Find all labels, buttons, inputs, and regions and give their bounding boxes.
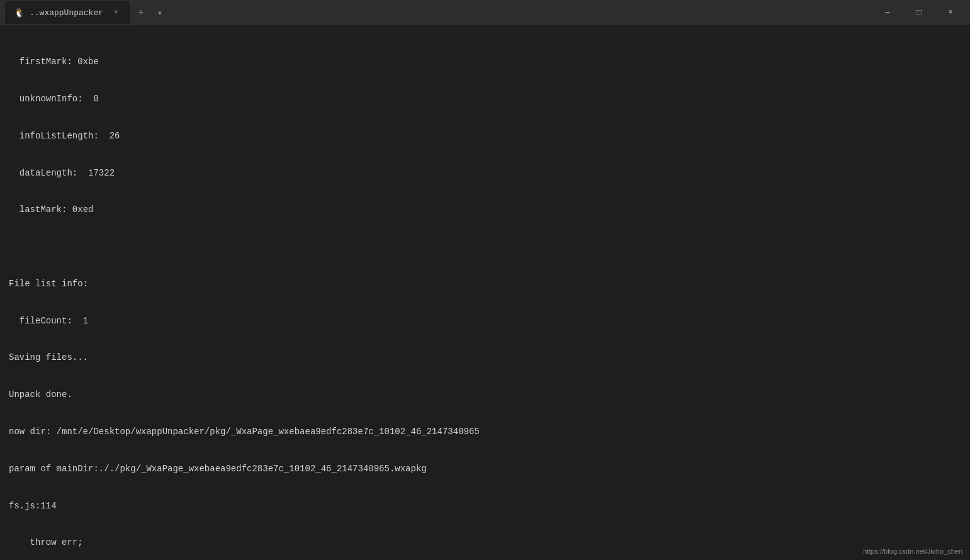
- maximize-button[interactable]: □: [905, 3, 933, 23]
- watermark: https://blog.csdn.net/Jioho_chen: [863, 547, 962, 555]
- output-line: firstMark: 0xbe: [9, 56, 961, 69]
- output-line: dataLength: 17322: [9, 167, 961, 180]
- title-bar: 🐧 ..wxappUnpacker × + ▾ — □ ×: [0, 0, 970, 25]
- tab-close-button[interactable]: ×: [111, 8, 121, 18]
- output-line: lastMark: 0xed: [9, 204, 961, 216]
- output-line: throw err;: [9, 537, 961, 549]
- close-button[interactable]: ×: [936, 3, 965, 23]
- output-line: fileCount: 1: [9, 315, 961, 328]
- minimize-button[interactable]: —: [873, 3, 902, 23]
- output-line: infoListLength: 26: [9, 130, 961, 143]
- terminal-window: 🐧 ..wxappUnpacker × + ▾ — □ × firstMark:…: [0, 0, 970, 560]
- output-line: Unpack done.: [9, 389, 961, 401]
- output-line: [9, 241, 961, 254]
- window-controls: — □ ×: [873, 3, 965, 23]
- output-line: Saving files...: [9, 352, 961, 364]
- output-line: File list info:: [9, 278, 961, 291]
- output-line: param of mainDir:././pkg/_WxaPage_wxebae…: [9, 463, 961, 476]
- output-line: now dir: /mnt/e/Desktop/wxappUnpacker/pk…: [9, 426, 961, 439]
- active-tab[interactable]: 🐧 ..wxappUnpacker ×: [5, 1, 130, 24]
- output-line: fs.js:114: [9, 500, 961, 513]
- output-line: unknownInfo: 0: [9, 93, 961, 106]
- tab-title: ..wxappUnpacker: [30, 8, 103, 18]
- tab-bar-extra: + ▾: [132, 4, 169, 21]
- tab-icon: 🐧: [14, 8, 25, 18]
- new-tab-button[interactable]: +: [132, 4, 150, 21]
- terminal-output[interactable]: firstMark: 0xbe unknownInfo: 0 infoListL…: [0, 25, 970, 560]
- tab-dropdown-button[interactable]: ▾: [151, 4, 169, 21]
